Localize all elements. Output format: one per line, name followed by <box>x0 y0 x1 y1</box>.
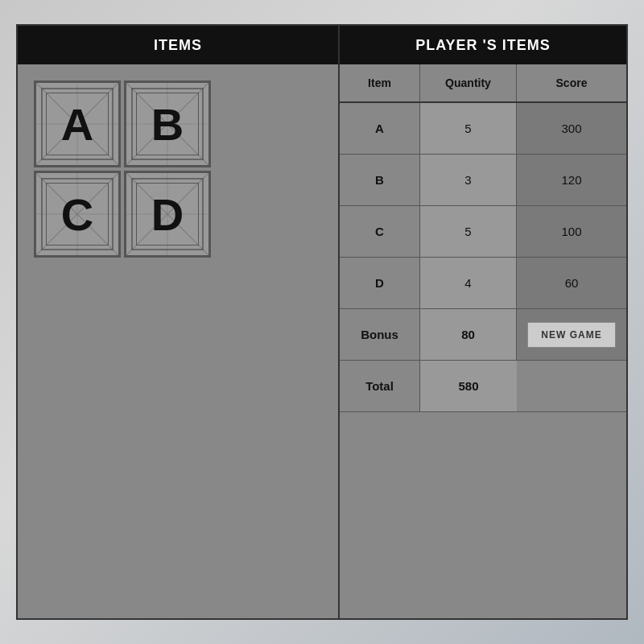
left-panel: A B <box>18 64 340 618</box>
item-card-d[interactable]: D <box>124 171 211 258</box>
right-panel: Item Quantity Score A 5 300 B 3 120 C 5 … <box>340 64 626 618</box>
items-grid: A B <box>34 80 211 258</box>
item-label-a: A <box>61 98 93 151</box>
col-header-score: Score <box>517 64 626 101</box>
content-row: A B <box>18 64 626 618</box>
bonus-score-cell: NEW GAME <box>517 309 626 360</box>
table-row-d: D 4 60 <box>340 258 626 309</box>
row-c-item: C <box>340 206 420 257</box>
total-value: 580 <box>420 361 517 411</box>
item-label-c: C <box>61 188 93 241</box>
total-empty <box>517 361 626 411</box>
bonus-row: Bonus 80 NEW GAME <box>340 309 626 361</box>
table-row-c: C 5 100 <box>340 206 626 258</box>
col-header-item: Item <box>340 64 420 101</box>
row-b-item: B <box>340 155 420 205</box>
table-row-b: B 3 120 <box>340 155 626 206</box>
total-row: Total 580 <box>340 361 626 412</box>
row-d-score: 60 <box>517 258 626 308</box>
row-c-score: 100 <box>517 206 626 257</box>
row-b-quantity: 3 <box>420 155 517 205</box>
row-a-score: 300 <box>517 103 626 154</box>
item-card-a[interactable]: A <box>34 80 121 167</box>
header-row: ITEMS PLAYER 'S ITEMS <box>18 26 626 64</box>
bonus-value: 80 <box>420 309 517 360</box>
item-card-b[interactable]: B <box>124 80 211 167</box>
total-label: Total <box>340 361 420 411</box>
bonus-label: Bonus <box>340 309 420 360</box>
header-players-label: PLAYER 'S ITEMS <box>340 26 626 64</box>
table-header: Item Quantity Score <box>340 64 626 103</box>
item-label-d: D <box>151 188 184 241</box>
header-items-label: ITEMS <box>18 26 340 64</box>
row-a-quantity: 5 <box>420 103 517 154</box>
col-header-quantity: Quantity <box>420 64 517 101</box>
new-game-button[interactable]: NEW GAME <box>527 322 615 348</box>
row-c-quantity: 5 <box>420 206 517 257</box>
row-d-quantity: 4 <box>420 258 517 308</box>
item-label-b: B <box>151 98 184 151</box>
main-container: ITEMS PLAYER 'S ITEMS A <box>16 24 628 620</box>
row-a-item: A <box>340 103 420 154</box>
item-card-c[interactable]: C <box>34 171 121 258</box>
row-b-score: 120 <box>517 155 626 205</box>
row-d-item: D <box>340 258 420 308</box>
table-row-a: A 5 300 <box>340 103 626 155</box>
